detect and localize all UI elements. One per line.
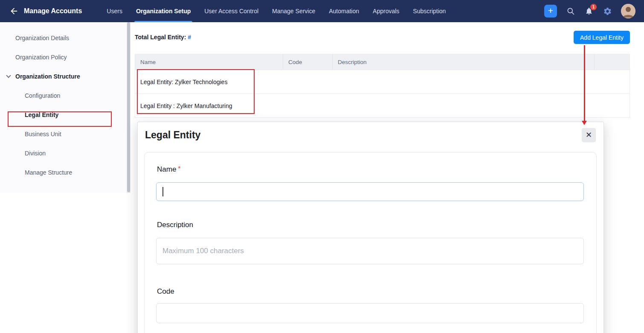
sidebar-item-division[interactable]: Division (0, 143, 127, 163)
sidebar-item-label: Organization Structure (15, 73, 80, 80)
name-label-text: Name (157, 165, 176, 173)
chevron-down-icon (6, 73, 11, 78)
navbar-actions: + 1 (544, 4, 637, 18)
cell-extra (595, 94, 629, 117)
column-header-name: Name (135, 54, 283, 70)
sidebar-item-business-unit[interactable]: Business Unit (0, 124, 127, 143)
screen: Manage Accounts Users Organization Setup… (0, 0, 644, 333)
table-row[interactable]: Legal Entity: Zylker Technologies (135, 70, 629, 93)
column-header-extra (595, 54, 629, 70)
nav-item-organization-setup[interactable]: Organization Setup (129, 0, 197, 22)
top-navbar: Manage Accounts Users Organization Setup… (0, 0, 644, 22)
name-label: Name* (157, 165, 181, 174)
sidebar-item-organization-details[interactable]: Organization Details (0, 28, 127, 47)
cell-code (283, 94, 333, 117)
scrollbar-thumb[interactable] (127, 22, 130, 192)
description-label: Description (157, 221, 193, 229)
column-header-code: Code (283, 54, 333, 70)
column-header-description: Description (333, 54, 595, 70)
sidebar-item-organization-structure[interactable]: Organization Structure (0, 67, 127, 86)
notifications-button[interactable]: 1 (584, 6, 594, 16)
total-legal-entity: Total Legal Entity:# (135, 34, 191, 41)
modal-close-button[interactable]: ✕ (582, 128, 596, 142)
sidebar-scrollbar[interactable] (127, 22, 131, 193)
notification-badge: 1 (590, 4, 597, 10)
cell-name: Legal Entity : Zylker Manufacturing (135, 94, 283, 117)
nav-item-manage-service[interactable]: Manage Service (265, 0, 322, 22)
sidebar-item-organization-policy[interactable]: Organization Policy (0, 47, 127, 67)
cell-code (283, 70, 333, 93)
nav-item-users[interactable]: Users (100, 0, 129, 22)
nav-item-approvals[interactable]: Approvals (366, 0, 406, 22)
cell-description (333, 70, 595, 93)
settings-button[interactable] (603, 6, 612, 16)
nav-item-automation[interactable]: Automation (322, 0, 366, 22)
sidebar: Organization Details Organization Policy… (0, 22, 127, 193)
arrow-left-icon (9, 6, 19, 16)
add-legal-entity-button[interactable]: Add Legal Entity (574, 31, 630, 44)
nav-tabs: Users Organization Setup User Access Con… (100, 0, 453, 22)
sidebar-item-manage-structure[interactable]: Manage Structure (0, 163, 127, 182)
app-title: Manage Accounts (24, 7, 82, 15)
sidebar-item-configuration[interactable]: Configuration (0, 86, 127, 105)
required-marker: * (178, 165, 180, 172)
gear-icon (603, 7, 612, 16)
code-label: Code (157, 287, 174, 296)
back-button[interactable] (7, 4, 21, 18)
nav-item-subscription[interactable]: Subscription (406, 0, 453, 22)
sidebar-item-legal-entity[interactable]: Legal Entity (0, 105, 127, 124)
description-input[interactable] (156, 238, 584, 264)
name-input[interactable] (156, 182, 584, 201)
modal-title: Legal Entity (145, 129, 200, 141)
avatar-image (621, 4, 635, 18)
nav-item-user-access-control[interactable]: User Access Control (197, 0, 265, 22)
add-new-button[interactable]: + (544, 5, 557, 18)
search-button[interactable] (566, 6, 575, 16)
user-avatar[interactable] (621, 4, 635, 18)
total-value: # (188, 34, 191, 41)
table-row[interactable]: Legal Entity : Zylker Manufacturing (135, 93, 629, 117)
close-icon: ✕ (586, 131, 592, 139)
search-icon (566, 7, 575, 15)
table-header: Name Code Description (135, 54, 629, 70)
legal-entity-table: Name Code Description Legal Entity: Zylk… (135, 54, 630, 118)
code-input[interactable] (156, 303, 584, 323)
cell-description (333, 94, 595, 117)
total-label: Total Legal Entity: (135, 34, 186, 41)
modal-form-card: Name* Description Code (144, 152, 597, 333)
text-caret (162, 187, 163, 196)
cell-extra (595, 70, 629, 93)
cell-name: Legal Entity: Zylker Technologies (135, 70, 283, 93)
legal-entity-modal: Legal Entity ✕ Name* Description Code (137, 122, 604, 333)
